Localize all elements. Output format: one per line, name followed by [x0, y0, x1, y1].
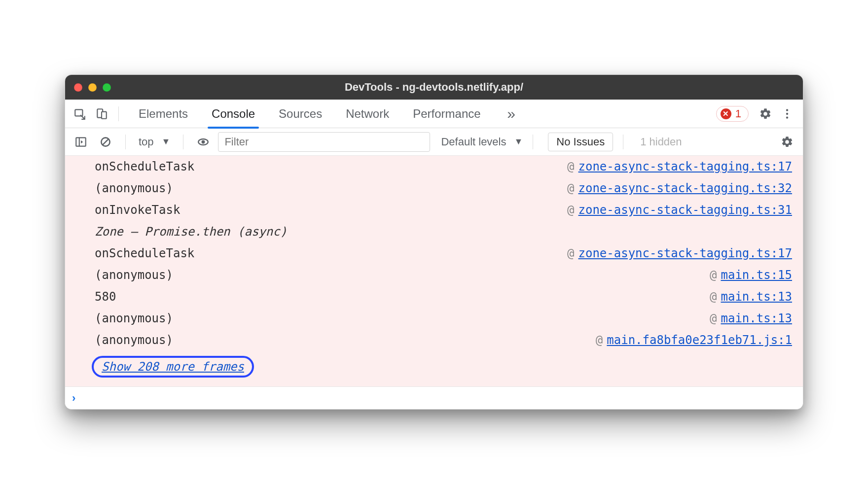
stack-frame: (anonymous)@main.ts:15 — [65, 264, 803, 286]
at-symbol: @ — [710, 268, 717, 282]
source-link[interactable]: zone-async-stack-tagging.ts:32 — [579, 181, 792, 195]
chevron-down-icon: ▼ — [514, 137, 523, 147]
hidden-count-label: 1 hidden — [640, 136, 682, 148]
stack-function: onScheduleTask — [95, 160, 567, 173]
tab-label: Sources — [279, 107, 322, 121]
inspect-element-icon[interactable] — [70, 104, 90, 124]
stack-frame: onScheduleTask@zone-async-stack-tagging.… — [65, 242, 803, 264]
source-link[interactable]: zone-async-stack-tagging.ts:17 — [579, 246, 792, 260]
window-title: DevTools - ng-devtools.netlify.app/ — [65, 81, 803, 94]
source-link[interactable]: zone-async-stack-tagging.ts:17 — [579, 160, 792, 173]
tab-sources[interactable]: Sources — [278, 100, 323, 128]
stack-frame: 580@main.ts:13 — [65, 286, 803, 308]
stack-frame: (anonymous)@main.ts:13 — [65, 308, 803, 329]
svg-rect-0 — [75, 109, 82, 116]
console-prompt[interactable]: › — [65, 386, 803, 409]
console-output: onScheduleTask@zone-async-stack-tagging.… — [65, 156, 803, 386]
stack-function: (anonymous) — [95, 268, 710, 282]
stack-source: @zone-async-stack-tagging.ts:17 — [567, 246, 792, 260]
context-label: top — [139, 136, 154, 148]
stack-function: onInvokeTask — [95, 203, 567, 217]
tabs-overflow-icon[interactable]: » — [502, 105, 521, 122]
tab-label: Network — [346, 107, 389, 121]
source-link[interactable]: main.ts:15 — [721, 268, 793, 282]
svg-point-3 — [786, 109, 788, 111]
at-symbol: @ — [567, 203, 574, 217]
error-count: 1 — [735, 107, 741, 120]
tab-elements[interactable]: Elements — [138, 100, 189, 128]
separator — [183, 135, 183, 149]
stack-source: @zone-async-stack-tagging.ts:17 — [567, 160, 792, 173]
stack-source: @main.ts:13 — [710, 311, 792, 325]
stack-source: @main.fa8bfa0e23f1eb71.js:1 — [596, 333, 792, 347]
svg-point-9 — [202, 140, 205, 143]
stack-frame: (anonymous)@main.fa8bfa0e23f1eb71.js:1 — [65, 329, 803, 351]
titlebar: DevTools - ng-devtools.netlify.app/ — [65, 75, 803, 100]
settings-icon[interactable] — [756, 104, 775, 124]
separator — [125, 135, 126, 149]
levels-label: Default levels — [441, 136, 506, 148]
tab-label: Performance — [413, 107, 480, 121]
console-toolbar: top ▼ Default levels ▼ No Issues 1 hidde… — [65, 128, 803, 156]
live-expression-icon[interactable] — [193, 132, 213, 152]
console-settings-icon[interactable] — [777, 132, 797, 152]
stack-function: onScheduleTask — [95, 246, 567, 260]
stack-frame: (anonymous)@zone-async-stack-tagging.ts:… — [65, 177, 803, 199]
stack-source: @zone-async-stack-tagging.ts:31 — [567, 203, 792, 217]
show-more-frames-pill: Show 208 more frames — [92, 356, 254, 378]
tab-console[interactable]: Console — [211, 100, 256, 128]
stack-frame: Zone — Promise.then (async) — [65, 221, 803, 242]
issues-button[interactable]: No Issues — [548, 133, 613, 151]
stack-function: (anonymous) — [95, 333, 596, 347]
svg-point-4 — [786, 112, 788, 114]
show-more-frames: Show 208 more frames — [65, 351, 803, 386]
at-symbol: @ — [596, 333, 603, 347]
stack-function: 580 — [95, 290, 710, 304]
tab-label: Console — [212, 107, 255, 121]
stack-frame: onScheduleTask@zone-async-stack-tagging.… — [65, 156, 803, 177]
tab-performance[interactable]: Performance — [412, 100, 481, 128]
separator — [118, 106, 119, 121]
filter-input[interactable] — [218, 132, 430, 152]
chevron-down-icon: ▼ — [162, 137, 171, 147]
more-icon[interactable] — [777, 104, 797, 124]
source-link[interactable]: main.ts:13 — [721, 311, 793, 325]
tab-network[interactable]: Network — [345, 100, 390, 128]
stack-frame: onInvokeTask@zone-async-stack-tagging.ts… — [65, 199, 803, 221]
source-link[interactable]: main.ts:13 — [721, 290, 793, 304]
devtools-window: DevTools - ng-devtools.netlify.app/ Elem… — [65, 74, 803, 410]
context-selector[interactable]: top ▼ — [136, 136, 173, 148]
svg-point-5 — [786, 116, 788, 118]
tabs-bar: Elements Console Sources Network Perform… — [65, 100, 803, 128]
stack-function: Zone — Promise.then (async) — [95, 225, 792, 239]
at-symbol: @ — [710, 290, 717, 304]
svg-rect-2 — [102, 111, 107, 118]
at-symbol: @ — [567, 160, 574, 173]
log-levels-selector[interactable]: Default levels ▼ — [441, 136, 523, 148]
stack-function: (anonymous) — [95, 311, 710, 325]
show-more-frames-link[interactable]: Show 208 more frames — [102, 360, 244, 374]
tab-label: Elements — [139, 107, 188, 121]
prompt-chevron-icon: › — [72, 392, 75, 405]
tab-list: Elements Console Sources Network Perform… — [138, 100, 482, 128]
clear-console-icon[interactable] — [96, 132, 115, 152]
stack-source: @main.ts:13 — [710, 290, 792, 304]
at-symbol: @ — [567, 246, 574, 260]
sidebar-toggle-icon[interactable] — [71, 132, 91, 152]
error-icon: ✕ — [721, 108, 731, 119]
at-symbol: @ — [567, 181, 574, 195]
stack-function: (anonymous) — [95, 181, 567, 195]
source-link[interactable]: main.fa8bfa0e23f1eb71.js:1 — [607, 333, 792, 347]
device-toolbar-icon[interactable] — [92, 104, 111, 124]
stack-source: @zone-async-stack-tagging.ts:32 — [567, 181, 792, 195]
stack-source: @main.ts:15 — [710, 268, 792, 282]
separator — [533, 135, 533, 149]
at-symbol: @ — [710, 311, 717, 325]
error-count-pill[interactable]: ✕ 1 — [716, 106, 749, 122]
separator — [623, 135, 623, 149]
source-link[interactable]: zone-async-stack-tagging.ts:31 — [579, 203, 792, 217]
